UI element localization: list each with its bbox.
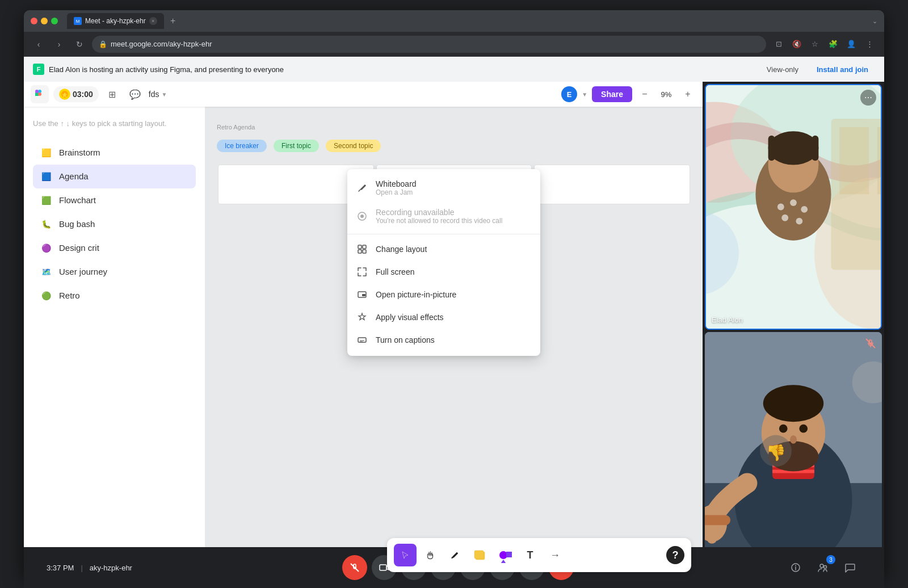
zoom-out-btn[interactable]: − (637, 86, 653, 102)
panel-item-retro[interactable]: 🟢 Retro (33, 284, 196, 308)
meeting-info-btn[interactable] (784, 556, 807, 579)
hand-tool[interactable] (419, 544, 442, 566)
figma-user-avatar[interactable]: E (561, 86, 577, 102)
view-only-btn[interactable]: View-only (760, 62, 805, 77)
address-bar[interactable]: 🔒 meet.google.com/aky-hzpk-ehr (92, 36, 766, 53)
chip-first-topic: First topic (274, 140, 319, 152)
cursor-tool[interactable] (394, 544, 417, 566)
figma-filename[interactable]: fds ▼ (149, 90, 167, 99)
panel-item-brainstorm[interactable]: 🟨 Brainstorm (33, 141, 196, 165)
mute-toggle-btn[interactable] (342, 555, 367, 580)
agenda-icon: 🟦 (40, 170, 52, 183)
svg-point-8 (360, 215, 364, 218)
chat-btn[interactable] (839, 556, 861, 579)
tab-close-btn[interactable]: × (149, 17, 157, 25)
comment-btn[interactable]: 💬 (126, 85, 144, 103)
meet-right-controls: 3 (784, 556, 861, 579)
figma-timer[interactable]: ⭐ 03:00 (53, 86, 99, 102)
figma-toolbar: ⭐ 03:00 ⊞ 💬 fds ▼ E ▼ Share (24, 82, 703, 107)
panel-item-agenda[interactable]: 🟦 Agenda (33, 165, 196, 188)
agenda-label: Agenda (59, 171, 89, 181)
back-btn[interactable]: ‹ (31, 36, 47, 52)
thumbs-down-reaction: 👎 (759, 434, 793, 474)
svg-rect-14 (362, 294, 365, 296)
chevron-down-icon-avatar: ▼ (582, 91, 587, 98)
text-tool[interactable]: T (519, 544, 541, 566)
nav-right-icons: ⊡ 🔇 ☆ 🧩 👤 ⋮ (771, 36, 877, 52)
menu-item-visual-effects[interactable]: Apply visual effects (347, 306, 540, 329)
separator: | (81, 564, 82, 572)
layout-btn[interactable]: ⊞ (103, 85, 121, 103)
mute-btn[interactable]: 🔇 (789, 36, 805, 52)
chip-ice-breaker: Ice breaker (217, 140, 267, 152)
svg-point-53 (779, 425, 788, 433)
panel-item-flowchart[interactable]: 🟩 Flowchart (33, 188, 196, 212)
video-panel-elad: ⋯ Elad Alon (705, 84, 882, 330)
meet-info: 3:37 PM | aky-hzpk-ehr (47, 564, 132, 572)
forward-btn[interactable]: › (51, 36, 67, 52)
svg-rect-19 (474, 551, 484, 558)
panel-item-user-journey[interactable]: 🗺️ User journey (33, 260, 196, 284)
svg-point-51 (763, 385, 824, 422)
panel-item-bug-bash[interactable]: 🐛 Bug bash (33, 212, 196, 236)
menu-item-pip[interactable]: Open picture-in-picture (347, 283, 540, 306)
profile-btn[interactable]: 👤 (843, 36, 859, 52)
svg-rect-57 (707, 525, 717, 544)
minimize-traffic-light[interactable] (41, 18, 48, 24)
menu-btn[interactable]: ⋮ (861, 36, 877, 52)
video-more-btn-elad[interactable]: ⋯ (860, 90, 876, 106)
timer-avatar: ⭐ (59, 89, 70, 100)
shape-tool[interactable] (494, 544, 516, 566)
new-tab-btn[interactable]: + (166, 14, 180, 28)
brainstorm-label: Brainstorm (59, 148, 100, 157)
svg-point-83 (823, 566, 826, 569)
timer-display: 03:00 (73, 90, 93, 99)
svg-text:👎: 👎 (766, 443, 785, 461)
menu-item-captions[interactable]: Turn on captions (347, 329, 540, 351)
zoom-in-btn[interactable]: + (680, 86, 696, 102)
figma-logo-btn[interactable] (31, 85, 49, 103)
svg-point-81 (795, 565, 796, 566)
bookmark-btn[interactable]: ☆ (807, 36, 823, 52)
active-tab[interactable]: M Meet - aky-hzpk-ehr × (67, 13, 164, 29)
canvas-body: Use the ↑ ↓ keys to pick a starting layo… (24, 107, 703, 578)
svg-rect-58 (705, 515, 730, 525)
browser-window: M Meet - aky-hzpk-ehr × + ⌄ ‹ › ↻ 🔒 meet… (24, 10, 884, 578)
bug-bash-label: Bug bash (59, 219, 95, 229)
video-name-elad: Elad Alon (712, 316, 743, 324)
maximize-traffic-light[interactable] (51, 18, 58, 24)
captions-icon (356, 334, 368, 346)
context-menu: Whiteboard Open a Jam (347, 169, 540, 356)
figma-share-btn[interactable]: Share (592, 86, 632, 102)
help-btn[interactable]: ? (666, 546, 684, 564)
panel-item-design-crit[interactable]: 🟣 Design crit (33, 236, 196, 260)
extensions-btn[interactable]: ⊡ (771, 36, 787, 52)
svg-marker-22 (499, 560, 507, 563)
menu-item-change-layout[interactable]: Change layout (347, 238, 540, 261)
agenda-col-3 (533, 163, 691, 205)
flowchart-label: Flowchart (59, 195, 96, 205)
arrow-tool[interactable]: → (544, 544, 566, 566)
close-traffic-light[interactable] (31, 18, 37, 24)
svg-point-54 (799, 425, 808, 433)
participants-btn[interactable]: 3 (812, 556, 834, 579)
menu-item-whiteboard[interactable]: Whiteboard Open a Jam (347, 174, 540, 202)
whiteboard-title: Whiteboard (376, 179, 531, 188)
video-panel-francois: 👎 Francois (705, 332, 882, 576)
extensions-puzzle-btn[interactable]: 🧩 (825, 36, 841, 52)
figma-zoom-controls: − 9% + (637, 86, 696, 102)
reload-btn[interactable]: ↻ (72, 36, 87, 52)
svg-rect-39 (839, 127, 869, 194)
bug-bash-icon: 🐛 (40, 218, 52, 230)
menu-item-fullscreen[interactable]: Full screen (347, 261, 540, 283)
recording-icon (356, 211, 368, 222)
pen-tool[interactable] (444, 544, 466, 566)
svg-rect-21 (506, 552, 512, 557)
chevron-down-icon: ▼ (162, 91, 167, 98)
sticky-note-tool[interactable] (469, 544, 491, 566)
svg-rect-66 (380, 565, 386, 570)
change-layout-title: Change layout (376, 245, 531, 254)
person2-video-bg (705, 332, 882, 576)
svg-point-20 (499, 551, 507, 559)
install-join-btn[interactable]: Install and join (810, 62, 875, 77)
